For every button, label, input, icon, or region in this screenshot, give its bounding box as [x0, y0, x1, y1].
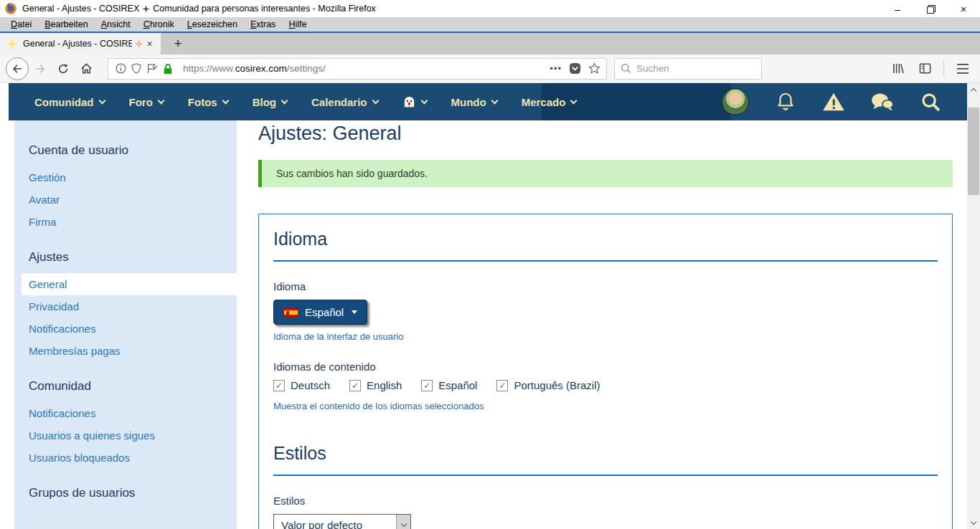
checkbox-english[interactable]: ✓ English: [349, 379, 402, 391]
menu-bearbeiten[interactable]: Bearbeiten: [38, 18, 94, 31]
site-info-icon[interactable]: [116, 63, 126, 74]
page-actions-icon[interactable]: •••: [550, 63, 562, 74]
menu-extras[interactable]: Extras: [244, 18, 282, 31]
scroll-down-icon[interactable]: [967, 516, 980, 529]
success-alert: Sus cambios han sido guardados.: [258, 160, 953, 187]
library-icon[interactable]: [886, 57, 909, 80]
checkbox-checked-icon[interactable]: ✓: [273, 380, 285, 391]
bookmark-star-icon[interactable]: [588, 62, 600, 75]
hamburger-menu-icon[interactable]: [951, 57, 974, 80]
section-divider: [273, 260, 938, 262]
sidebar-item-notificaciones[interactable]: Notificaciones: [14, 318, 237, 340]
url-bar[interactable]: https://www.cosirex.com/settings/ •••: [108, 58, 607, 80]
home-button[interactable]: [75, 57, 98, 80]
tab-close-icon[interactable]: ×: [143, 38, 156, 49]
sidebar-item-firma[interactable]: Firma: [14, 211, 237, 233]
styles-select[interactable]: Valor por defecto: [273, 514, 411, 529]
nav-blog[interactable]: Blog: [240, 83, 299, 120]
idioma-helper-text: Idioma de la interfaz de usuario: [273, 331, 938, 342]
site-security-icons: [113, 63, 176, 75]
tab-bar: General - Ajustes - COSIREX × +: [0, 32, 980, 54]
sidebar-item-general[interactable]: General: [22, 273, 237, 295]
page-scrollbar[interactable]: [967, 83, 980, 529]
sidebar-item-membresias[interactable]: Membresías pagas: [14, 340, 237, 362]
language-dropdown-button[interactable]: Español: [273, 300, 367, 325]
nav-mercado[interactable]: Mercado: [509, 83, 589, 120]
section-title-estilos: Estilos: [273, 443, 938, 464]
sidebar-item-usuarios-sigues[interactable]: Usuarios a quienes sigues: [14, 424, 237, 447]
section-title-idioma: Idioma: [273, 229, 938, 249]
checkbox-portugues[interactable]: ✓ Português (Brazil): [496, 379, 600, 391]
shield-icon[interactable]: [131, 63, 141, 74]
page-viewport: Comunidad Foro Fotos Blog Calendario Mun…: [0, 83, 980, 529]
nav-mundo[interactable]: Mundo: [439, 83, 509, 120]
site-search-icon[interactable]: [920, 91, 941, 113]
select-arrow-icon[interactable]: [396, 515, 410, 529]
estilos-field-label: Estilos: [273, 495, 938, 507]
checkbox-checked-icon[interactable]: ✓: [496, 380, 508, 391]
search-input[interactable]: [636, 63, 744, 74]
menu-chronik[interactable]: Chronik: [137, 18, 181, 31]
notifications-bell-icon[interactable]: [775, 91, 796, 113]
content-languages-helper: Muestra el contenido de los idiomas sele…: [273, 401, 938, 411]
messages-chat-icon[interactable]: [871, 92, 894, 112]
chevron-down-icon: [281, 97, 288, 104]
settings-main: Ajustes: General Sus cambios han sido gu…: [258, 120, 953, 529]
reload-icon[interactable]: [52, 57, 75, 80]
chevron-down-icon: [491, 97, 498, 104]
sidebar-item-usuarios-bloqueados[interactable]: Usuarios bloqueados: [14, 447, 237, 469]
browser-tab[interactable]: General - Ajustes - COSIREX ×: [0, 33, 161, 54]
menu-lesezeichen[interactable]: Lesezeichen: [181, 18, 244, 31]
scroll-up-icon[interactable]: [967, 83, 980, 96]
chevron-down-icon: [372, 97, 379, 104]
settings-sidebar: Cuenta de usuario Gestión Avatar Firma A…: [14, 120, 237, 529]
styles-select-value: Valor por defecto: [274, 519, 396, 529]
menu-ansicht[interactable]: Ansicht: [95, 18, 137, 31]
close-button[interactable]: ×: [947, 0, 980, 17]
sidebar-item-gestion[interactable]: Gestión: [14, 166, 237, 189]
chevron-down-icon: [570, 97, 578, 104]
back-button[interactable]: [6, 57, 29, 80]
chevron-down-icon: [98, 97, 105, 104]
menu-hilfe[interactable]: Hilfe: [282, 18, 313, 31]
checkbox-checked-icon[interactable]: ✓: [421, 380, 433, 391]
window-controls: – ×: [881, 0, 980, 17]
url-text: https://www.cosirex.com/settings/: [183, 63, 326, 74]
browser-window: General - Ajustes - COSIREX Comunidad pa…: [0, 0, 980, 529]
sidebar-item-privacidad[interactable]: Privacidad: [14, 295, 237, 318]
nav-calendario[interactable]: Calendario: [299, 83, 390, 120]
sidebar-item-avatar[interactable]: Avatar: [14, 189, 237, 211]
chevron-down-icon: [420, 97, 428, 104]
forward-button[interactable]: [29, 57, 52, 80]
permissions-flag-icon[interactable]: [146, 63, 158, 74]
ghost-icon: [402, 95, 416, 109]
toolbar-separator: [943, 61, 944, 77]
spain-flag-icon: [283, 308, 298, 318]
content-languages-label: Idiomas de contenido: [273, 361, 938, 373]
navigation-toolbar: https://www.cosirex.com/settings/ •••: [0, 54, 980, 83]
lock-icon[interactable]: [163, 63, 173, 75]
new-tab-button[interactable]: +: [166, 33, 189, 54]
alerts-warning-icon[interactable]: [822, 91, 845, 113]
user-avatar[interactable]: [722, 88, 749, 115]
search-bar[interactable]: [614, 58, 762, 80]
scrollbar-thumb[interactable]: [968, 108, 979, 195]
content-languages-group: ✓ Deutsch ✓ English ✓ Español ✓: [273, 379, 938, 391]
pocket-icon[interactable]: [569, 62, 581, 75]
sidebar-toggle-icon[interactable]: [913, 57, 936, 80]
window-titlebar: General - Ajustes - COSIREX Comunidad pa…: [0, 0, 980, 17]
tab-favicon-starburst-icon: [7, 39, 17, 49]
checkbox-espanol[interactable]: ✓ Español: [421, 379, 477, 391]
sidebar-item-notificaciones-comunidad[interactable]: Notificaciones: [14, 402, 237, 424]
nav-ghost-menu[interactable]: [390, 83, 439, 120]
checkbox-deutsch[interactable]: ✓ Deutsch: [273, 379, 330, 391]
menu-datei[interactable]: Datei: [4, 18, 38, 31]
restore-button[interactable]: [914, 0, 947, 17]
dropdown-caret-icon: [352, 310, 357, 314]
nav-foro[interactable]: Foro: [117, 83, 176, 120]
nav-comunidad[interactable]: Comunidad: [22, 83, 117, 120]
minimize-button[interactable]: –: [881, 0, 914, 17]
checkbox-checked-icon[interactable]: ✓: [349, 380, 361, 391]
search-icon: [621, 63, 631, 74]
nav-fotos[interactable]: Fotos: [176, 83, 240, 120]
